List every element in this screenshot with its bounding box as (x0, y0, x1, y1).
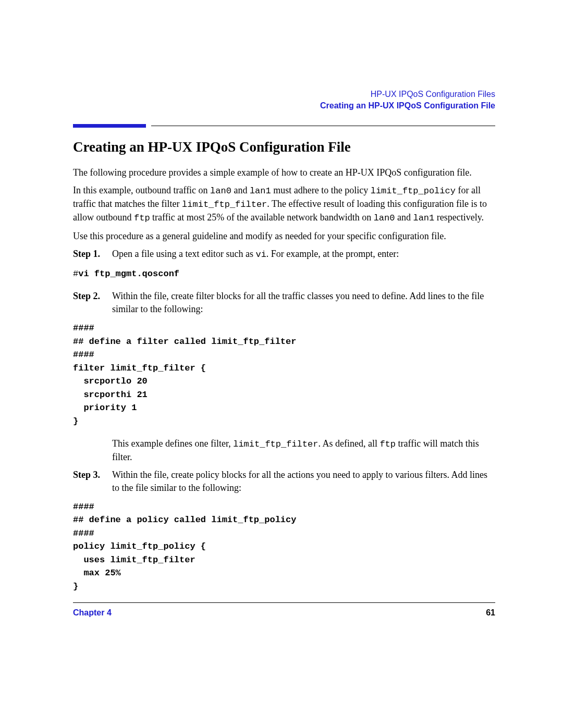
footer-chapter: Chapter 4 (73, 607, 112, 619)
rule-accent (73, 124, 146, 128)
intro-paragraph-2: In this example, outbound traffic on lan… (73, 184, 495, 225)
step-3: Step 3. Within the file, create policy b… (73, 468, 495, 494)
rule-line (151, 126, 495, 126)
step-3-code: #### ## define a policy called limit_ftp… (73, 500, 495, 594)
step-label: Step 1. (73, 248, 112, 260)
step-1: Step 1. Open a file using a text editor … (73, 248, 495, 261)
step-1-command: #vi ftp_mgmt.qosconf (73, 267, 495, 281)
step-2-note: This example defines one filter, limit_f… (112, 437, 495, 463)
running-header: HP-UX IPQoS Configuration Files Creating… (73, 89, 495, 111)
footer-rule (73, 602, 495, 603)
intro-paragraph-3: Use this procedure as a general guidelin… (73, 230, 495, 242)
page-title: Creating an HP-UX IPQoS Configuration Fi… (73, 138, 495, 156)
step-label: Step 2. (73, 290, 112, 302)
step-2: Step 2. Within the file, create filter b… (73, 290, 495, 315)
page-content: HP-UX IPQoS Configuration Files Creating… (0, 0, 563, 650)
step-body: Open a file using a text editor such as … (112, 248, 495, 261)
decorative-rule (73, 126, 495, 126)
steps-list: Step 1. Open a file using a text editor … (73, 248, 495, 593)
running-header-section: Creating an HP-UX IPQoS Configuration Fi… (73, 100, 495, 112)
page-footer: Chapter 4 61 (73, 607, 495, 619)
footer-page-number: 61 (486, 607, 495, 619)
step-label: Step 3. (73, 468, 112, 481)
step-body: Within the file, create filter blocks fo… (112, 290, 495, 315)
step-body: Within the file, create policy blocks fo… (112, 468, 495, 494)
intro-paragraph-1: The following procedure provides a simpl… (73, 166, 495, 179)
step-2-code: #### ## define a filter called limit_ftp… (73, 322, 495, 428)
running-header-topic: HP-UX IPQoS Configuration Files (73, 89, 495, 100)
